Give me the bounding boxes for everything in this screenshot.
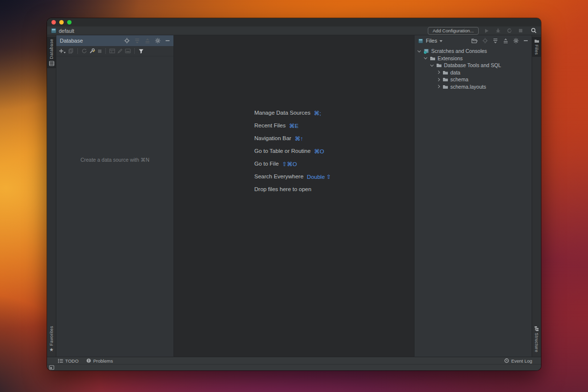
hide-panel-icon[interactable] xyxy=(165,38,170,43)
stop-query-icon[interactable] xyxy=(98,49,102,53)
close-window-button[interactable] xyxy=(51,20,56,24)
tree-row[interactable]: schema xyxy=(415,76,532,83)
minimize-window-button[interactable] xyxy=(59,20,64,24)
chevron-expanded-icon[interactable] xyxy=(424,56,427,59)
chevron-collapsed-icon[interactable] xyxy=(437,71,440,74)
chevron-expanded-icon[interactable] xyxy=(430,63,434,67)
debug-icon[interactable] xyxy=(494,27,501,34)
view-editor-icon[interactable] xyxy=(125,49,131,53)
expand-all-icon[interactable] xyxy=(134,38,140,44)
zoom-window-button[interactable] xyxy=(67,20,72,24)
tree-item-label: Scratches and Consoles xyxy=(431,48,487,54)
duplicate-icon[interactable] xyxy=(68,48,74,54)
chevron-collapsed-icon[interactable] xyxy=(437,78,440,81)
refresh-icon[interactable] xyxy=(81,48,87,54)
structure-icon xyxy=(534,326,539,331)
folder-icon xyxy=(534,39,539,43)
locate-icon[interactable] xyxy=(124,38,130,44)
status-bar xyxy=(47,364,541,370)
shortcut-keys: ⌘; xyxy=(314,110,321,117)
database-panel: Database xyxy=(56,35,174,357)
shortcut-keys: Double ⇧ xyxy=(307,173,331,180)
stop-icon[interactable] xyxy=(517,27,524,34)
tab-structure-label: Structure xyxy=(534,333,539,352)
tab-favorites[interactable]: Favorites ★ xyxy=(47,324,56,354)
shortcut-keys: ⌘↑ xyxy=(294,135,303,142)
shortcut-hint-row: Go to Table or Routine⌘O xyxy=(254,148,414,161)
ide-window: default Add Configuration... Data xyxy=(47,18,541,370)
files-panel: Files xyxy=(414,35,532,357)
tab-files[interactable]: Files xyxy=(532,37,541,57)
titlebar xyxy=(47,18,541,26)
files-tree: Scratches and ConsolesExtensionsDatabase… xyxy=(415,46,532,90)
chevron-down-icon[interactable] xyxy=(440,40,442,42)
shortcut-hint-row: Manage Data Sources⌘; xyxy=(254,110,414,122)
bottom-tool-stripe: TODO Problems Event Log xyxy=(47,357,541,364)
expand-all-icon[interactable] xyxy=(492,38,498,44)
tab-files-label: Files xyxy=(534,45,539,55)
tree-item-label: data xyxy=(450,70,460,75)
database-panel-header[interactable]: Database xyxy=(56,35,173,46)
coverage-icon[interactable] xyxy=(506,27,513,34)
tree-row[interactable]: Scratches and Consoles xyxy=(415,48,532,55)
chevron-expanded-icon[interactable] xyxy=(417,49,421,52)
tree-row[interactable]: data xyxy=(415,69,532,76)
tab-problems-label: Problems xyxy=(93,358,113,364)
gear-icon[interactable] xyxy=(513,38,519,44)
main-area: Database Favorites ★ Database xyxy=(47,35,541,357)
edit-icon[interactable] xyxy=(117,48,123,54)
run-config-icon xyxy=(51,28,56,33)
files-panel-title: Files xyxy=(426,38,437,44)
add-data-source-icon[interactable] xyxy=(59,49,66,54)
tab-database[interactable]: Database xyxy=(47,37,56,68)
tab-todo-label: TODO xyxy=(65,358,78,364)
add-configuration-button[interactable]: Add Configuration... xyxy=(428,27,479,35)
database-panel-title: Database xyxy=(60,38,83,44)
files-panel-icon xyxy=(418,38,423,44)
right-tool-stripe: Files Structure xyxy=(532,35,541,357)
filter-icon[interactable] xyxy=(138,49,144,54)
star-icon: ★ xyxy=(49,347,54,352)
files-panel-header[interactable]: Files xyxy=(415,35,532,46)
tab-todo[interactable]: TODO xyxy=(58,358,78,364)
shortcut-label: Go to File xyxy=(254,161,279,167)
shortcut-hint-row: Drop files here to open xyxy=(254,186,414,199)
tree-row[interactable]: Extensions xyxy=(415,55,532,62)
tree-item-label: Database Tools and SQL xyxy=(444,62,501,68)
jump-to-console-icon[interactable] xyxy=(109,49,115,54)
tree-item-label: schema xyxy=(450,76,468,82)
tree-item-label: Extensions xyxy=(438,55,463,61)
gear-icon[interactable] xyxy=(155,38,161,44)
data-source-properties-icon[interactable] xyxy=(89,48,96,54)
folder-icon xyxy=(430,56,436,61)
shortcut-hint-row: Recent Files⌘E xyxy=(254,122,414,135)
tab-favorites-label: Favorites xyxy=(49,326,54,346)
tab-event-log[interactable]: Event Log xyxy=(504,358,532,364)
search-everywhere-icon[interactable] xyxy=(530,27,537,34)
locate-icon[interactable] xyxy=(482,38,488,44)
collapse-all-icon[interactable] xyxy=(145,38,150,44)
tab-problems[interactable]: Problems xyxy=(86,358,113,364)
folder-icon xyxy=(442,77,448,82)
editor-area[interactable]: Manage Data Sources⌘;Recent Files⌘ENavig… xyxy=(174,35,414,357)
collapse-all-icon[interactable] xyxy=(503,38,509,44)
shortcut-label: Go to Table or Routine xyxy=(254,148,311,154)
folder-icon xyxy=(436,63,442,68)
shortcut-hint-row: Navigation Bar⌘↑ xyxy=(254,135,414,148)
scratches-icon xyxy=(423,49,429,54)
toolwindow-switcher-icon[interactable] xyxy=(49,365,54,370)
chevron-collapsed-icon[interactable] xyxy=(437,85,440,88)
run-icon[interactable] xyxy=(483,27,490,34)
desktop: { "colors": { "accent_blue": "#5394ec", … xyxy=(0,0,588,392)
run-config-name[interactable]: default xyxy=(59,28,74,34)
shortcut-label: Drop files here to open xyxy=(254,186,311,192)
database-panel-body[interactable]: Create a data source with ⌘N xyxy=(56,56,173,357)
todo-icon xyxy=(58,359,63,363)
shortcut-list: Manage Data Sources⌘;Recent Files⌘ENavig… xyxy=(254,110,414,199)
tree-row[interactable]: schema.layouts xyxy=(415,83,532,91)
tree-row[interactable]: Database Tools and SQL xyxy=(415,62,532,69)
hide-panel-icon[interactable] xyxy=(523,38,528,43)
tab-structure[interactable]: Structure xyxy=(532,324,541,354)
select-open-file-icon[interactable] xyxy=(471,38,478,44)
tab-database-label: Database xyxy=(49,39,54,59)
